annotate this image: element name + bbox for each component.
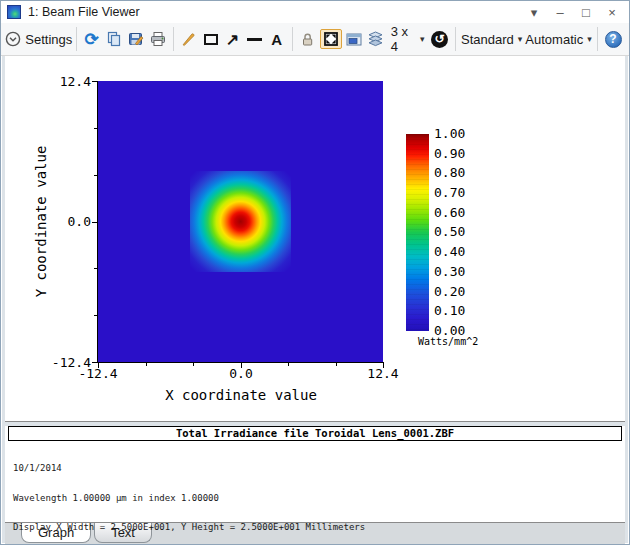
grid-size-label: 3 x 4 (391, 24, 416, 54)
colorbar-tick: 0.20 (434, 285, 465, 299)
reset-icon: ↺ (431, 31, 448, 48)
maximize-icon[interactable]: □ (575, 3, 597, 21)
separator (597, 27, 598, 51)
chevron-down-icon: ▾ (518, 34, 523, 44)
y-axis-tick (92, 362, 97, 363)
help-icon: ? (605, 31, 622, 48)
standard-dropdown[interactable]: Standard ▾ (459, 26, 523, 52)
lock-icon (300, 32, 315, 47)
grid-size-dropdown[interactable]: 3 x 4 ▾ (387, 26, 429, 52)
x-tick-label: 0.0 (219, 366, 263, 381)
text-panel: Total Irradiance file Toroidal Lens_0001… (5, 426, 625, 523)
print-button[interactable] (147, 26, 169, 52)
line-tool-button[interactable] (244, 26, 266, 52)
colorbar-tick: 0.50 (434, 225, 465, 239)
arrow-icon: ↗ (226, 30, 239, 49)
y-axis-tick (94, 175, 97, 176)
x-tick-label: -12.4 (76, 366, 120, 381)
colorbar-tick: 0.80 (434, 166, 465, 180)
settings-label: Settings (25, 32, 72, 47)
rectangle-tool-button[interactable] (200, 26, 222, 52)
colorbar-tick: 0.60 (434, 206, 465, 220)
print-icon (150, 31, 166, 47)
layers-button[interactable] (365, 26, 387, 52)
x-axis-title: X coordinate value (91, 387, 391, 403)
window-menu-icon[interactable]: ▾ (523, 3, 545, 21)
active-window-button[interactable] (343, 26, 365, 52)
beam-info-text: 10/1/2014 Wavelength 1.00000 µm in index… (5, 441, 625, 545)
y-axis-tick (94, 315, 97, 316)
y-axis-tick (94, 268, 97, 269)
text-tool-button[interactable]: A (266, 26, 288, 52)
save-button[interactable] (125, 26, 147, 52)
arrow-tool-button[interactable]: ↗ (222, 26, 244, 52)
separator (292, 27, 293, 51)
copy-button[interactable] (103, 26, 125, 52)
plot-title: Total Irradiance file Toroidal Lens_0001… (8, 426, 622, 441)
separator (173, 27, 174, 51)
beam-viewer-icon (7, 5, 21, 19)
x-axis-tick (146, 363, 147, 366)
beam-irradiance-plot[interactable] (98, 81, 383, 362)
window-title: 1: Beam File Viewer (28, 5, 523, 19)
layers-icon (367, 31, 384, 47)
pencil-icon (181, 32, 196, 47)
y-tick-label: 12.4 (47, 74, 91, 89)
fit-window-icon (324, 32, 338, 46)
content-area: 12.4 0.0 -12.4 -12.4 0.0 12.4 X coordina… (2, 56, 628, 543)
refresh-icon: ⟳ (85, 29, 99, 50)
x-axis-tick (383, 363, 384, 368)
y-axis-line (97, 81, 98, 363)
minimize-icon[interactable]: – (549, 3, 571, 21)
chevron-down-icon: ▾ (420, 34, 425, 44)
settings-button[interactable]: Settings (6, 26, 72, 52)
x-axis-tick (288, 363, 289, 366)
colorbar-tick: 0.30 (434, 265, 465, 279)
x-tick-label: 12.4 (361, 366, 405, 381)
y-axis-title: Y coordinate value (33, 122, 50, 322)
copy-icon (106, 31, 122, 47)
close-icon[interactable]: × (601, 3, 623, 21)
x-axis-tick (98, 363, 99, 368)
y-axis-tick (94, 128, 97, 129)
gaussian-beam-spot (190, 171, 291, 272)
window-controls: ▾ – □ × (523, 3, 623, 21)
colorbar-labels: 1.00 0.90 0.80 0.70 0.60 0.50 0.40 0.30 … (434, 127, 465, 338)
y-axis-tick (92, 222, 97, 223)
colorbar-unit-label: Watts/mm^2 (418, 336, 478, 347)
colorbar-tick: 1.00 (434, 127, 465, 141)
graph-panel: 12.4 0.0 -12.4 -12.4 0.0 12.4 X coordina… (5, 56, 625, 422)
line-icon (247, 38, 262, 41)
rectangle-icon (204, 34, 218, 45)
automatic-dropdown[interactable]: Automatic ▾ (524, 26, 593, 52)
lock-button[interactable] (296, 26, 318, 52)
pencil-tool-button[interactable] (178, 26, 200, 52)
colorbar-tick: 0.90 (434, 147, 465, 161)
help-button[interactable]: ? (602, 26, 624, 52)
colorbar (406, 134, 429, 331)
toolbar: Settings ⟳ (1, 23, 629, 56)
window-icon (346, 32, 362, 47)
x-axis-tick (336, 363, 337, 366)
text-icon: A (271, 31, 282, 48)
info-line: Display X Width = 2.5000E+001, Y Height … (13, 523, 625, 533)
separator (76, 27, 77, 51)
fit-window-button[interactable] (318, 26, 342, 52)
info-line: Wavelength 1.00000 µm in index 1.00000 (13, 494, 625, 504)
y-tick-label: 0.0 (47, 214, 91, 229)
fit-window-highlight (320, 29, 342, 49)
info-line: 10/1/2014 (13, 464, 625, 474)
x-axis-tick (193, 363, 194, 366)
standard-label: Standard (461, 32, 514, 47)
title-bar: 1: Beam File Viewer ▾ – □ × (1, 1, 629, 23)
separator (455, 27, 456, 51)
colorbar-tick: 0.40 (434, 245, 465, 259)
colorbar-tick: 0.70 (434, 186, 465, 200)
refresh-button[interactable]: ⟳ (81, 26, 103, 52)
automatic-label: Automatic (525, 32, 583, 47)
reset-button[interactable]: ↺ (429, 26, 451, 52)
chevron-down-icon: ▾ (587, 34, 592, 44)
settings-chevron-icon (5, 31, 21, 47)
save-icon (128, 31, 144, 47)
x-axis-tick (241, 363, 242, 368)
